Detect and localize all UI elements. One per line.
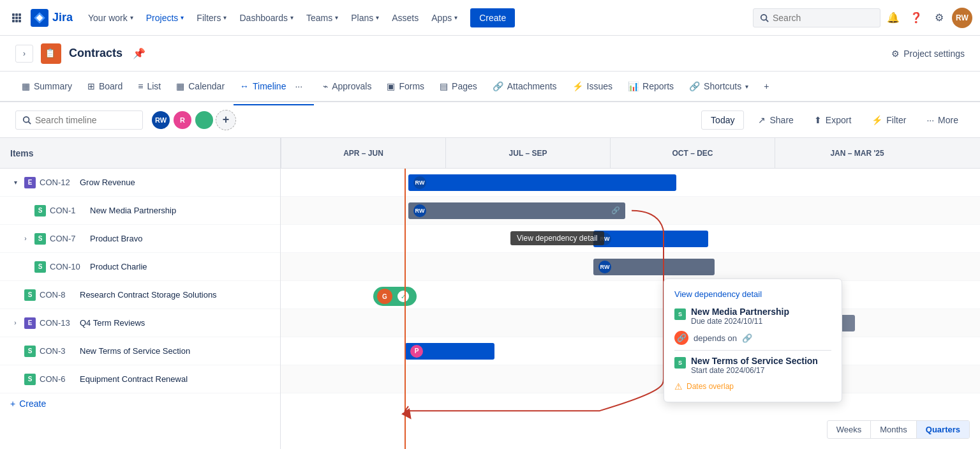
chevron-icon: ▾ bbox=[130, 14, 133, 21]
dep-dot-icon: 🔗 bbox=[674, 331, 688, 345]
weeks-button[interactable]: Weeks bbox=[828, 421, 872, 438]
grid-icon[interactable] bbox=[8, 9, 26, 27]
nav-filters[interactable]: Filters ▾ bbox=[191, 9, 232, 27]
tab-issues[interactable]: ⚡ Issues bbox=[566, 73, 619, 100]
gantt-bar-con3[interactable]: P bbox=[405, 343, 494, 360]
item-name: Product Bravo bbox=[90, 234, 142, 243]
story-icon: S bbox=[34, 205, 46, 217]
dep-unlink-button[interactable]: 🔗 bbox=[742, 333, 752, 343]
gantt-bar-con12[interactable]: RW bbox=[408, 174, 676, 191]
notifications-button[interactable]: 🔔 bbox=[883, 8, 903, 28]
settings-button[interactable]: ⚙ bbox=[929, 8, 949, 28]
expand-icon[interactable]: › bbox=[10, 318, 20, 328]
chart-row: G ✓ bbox=[281, 281, 980, 309]
nav-assets[interactable]: Assets bbox=[387, 9, 424, 27]
story-icon: S bbox=[24, 289, 36, 301]
epic-icon: E bbox=[24, 317, 36, 329]
project-icon: 📋 bbox=[41, 43, 61, 64]
tab-shortcuts[interactable]: 🔗 Shortcuts ▾ bbox=[683, 73, 755, 100]
list-item[interactable]: S CON-10 Product Charlie bbox=[0, 253, 280, 281]
expand-icon[interactable]: › bbox=[20, 234, 31, 244]
months-button[interactable]: Months bbox=[871, 421, 917, 438]
dep-to-date: Start date 2024/06/17 bbox=[691, 366, 818, 375]
item-name: Equipment Contract Renewal bbox=[80, 374, 188, 384]
create-button[interactable]: Create bbox=[470, 8, 515, 27]
nav-projects[interactable]: Projects ▾ bbox=[141, 9, 189, 27]
col-header-oct-dec: OCT – DEC bbox=[610, 138, 775, 168]
list-item[interactable]: › S CON-7 Product Bravo bbox=[0, 225, 280, 253]
tab-approvals[interactable]: ⌁ Approvals bbox=[316, 73, 378, 100]
tab-summary[interactable]: ▦ Summary bbox=[15, 73, 78, 100]
timeline-toolbar: RW R + Today ↗ Share ⬆ Export ⚡ Filter ·… bbox=[0, 102, 980, 138]
pages-icon: ▤ bbox=[440, 81, 448, 91]
nav-dashboards[interactable]: Dashboards ▾ bbox=[234, 9, 299, 27]
tab-calendar[interactable]: ▦ Calendar bbox=[170, 73, 231, 100]
item-key: CON-8 bbox=[40, 290, 75, 300]
svg-rect-2 bbox=[19, 13, 21, 16]
global-search[interactable] bbox=[753, 8, 880, 27]
col-header-jul-sep: JUL – SEP bbox=[445, 138, 610, 168]
tab-more-icon[interactable]: ··· bbox=[290, 76, 308, 96]
item-key: CON-7 bbox=[50, 234, 85, 243]
tab-pages[interactable]: ▤ Pages bbox=[433, 73, 484, 100]
nav-plans[interactable]: Plans ▾ bbox=[346, 9, 384, 27]
gantt-bar-con7[interactable]: RW bbox=[593, 231, 708, 247]
list-item[interactable]: ▾ E CON-12 Grow Revenue bbox=[0, 169, 280, 197]
today-button[interactable]: Today bbox=[701, 110, 744, 130]
tab-add-button[interactable]: + bbox=[757, 73, 775, 100]
filter-button[interactable]: ⚡ Filter bbox=[865, 111, 912, 129]
project-settings-button[interactable]: ⚙ Project settings bbox=[891, 49, 965, 59]
jira-logo[interactable]: Jira bbox=[31, 9, 73, 27]
nav-your-work[interactable]: Your work ▾ bbox=[83, 9, 138, 27]
svg-line-14 bbox=[29, 121, 31, 124]
pin-icon[interactable]: 📌 bbox=[133, 47, 145, 59]
more-button[interactable]: ··· More bbox=[920, 111, 965, 129]
nav-teams[interactable]: Teams ▾ bbox=[301, 9, 343, 27]
search-timeline-input[interactable] bbox=[35, 115, 124, 125]
add-assignee-button[interactable]: + bbox=[216, 110, 236, 130]
tab-timeline[interactable]: ↔ Timeline ··· bbox=[234, 68, 314, 105]
item-name: New Media Partnership bbox=[90, 206, 176, 215]
story-icon: S bbox=[24, 374, 36, 385]
dep-detail-tooltip[interactable]: View dependency detail bbox=[510, 231, 604, 245]
share-button[interactable]: ↗ Share bbox=[752, 111, 799, 129]
list-item[interactable]: S CON-1 New Media Partnership bbox=[0, 197, 280, 225]
svg-point-10 bbox=[761, 14, 767, 20]
search-timeline-box[interactable] bbox=[15, 110, 143, 130]
tab-board[interactable]: ⊞ Board bbox=[81, 73, 129, 100]
create-item-button[interactable]: + Create bbox=[0, 393, 280, 414]
tab-forms[interactable]: ▣ Forms bbox=[380, 73, 431, 100]
tab-reports[interactable]: 📊 Reports bbox=[621, 73, 680, 100]
user-avatar[interactable]: RW bbox=[952, 8, 972, 28]
avatar-gr[interactable] bbox=[194, 110, 214, 130]
list-item[interactable]: S CON-8 Research Contract Storage Soluti… bbox=[0, 281, 280, 309]
items-header-label: Items bbox=[10, 148, 34, 158]
view-dependency-detail-link[interactable]: View dependency detail bbox=[674, 289, 831, 299]
search-input[interactable] bbox=[773, 13, 862, 23]
tab-attachments[interactable]: 🔗 Attachments bbox=[486, 73, 563, 100]
avatar-r[interactable]: R bbox=[172, 110, 193, 130]
reports-icon: 📊 bbox=[628, 81, 639, 91]
dep-to-title: New Terms of Service Section bbox=[691, 356, 818, 366]
item-key: CON-3 bbox=[40, 346, 75, 356]
gantt-bar-con1[interactable]: RW 🔗 bbox=[408, 202, 625, 219]
sidebar-toggle-button[interactable]: › bbox=[15, 45, 33, 63]
attachments-icon: 🔗 bbox=[493, 81, 503, 91]
list-item[interactable]: › E CON-13 Q4 Term Reviews bbox=[0, 309, 280, 337]
tab-list[interactable]: ≡ List bbox=[131, 73, 167, 100]
gantt-bar-con10[interactable]: RW bbox=[593, 259, 715, 275]
story-icon: S bbox=[34, 233, 46, 245]
quarters-button[interactable]: Quarters bbox=[917, 421, 969, 438]
expand-icon[interactable]: ▾ bbox=[10, 178, 20, 188]
avatar-rw[interactable]: RW bbox=[151, 110, 171, 130]
help-button[interactable]: ❓ bbox=[906, 8, 926, 28]
nav-apps[interactable]: Apps ▾ bbox=[426, 9, 463, 27]
dep-divider bbox=[674, 350, 831, 351]
gantt-milestone[interactable]: G ✓ bbox=[373, 287, 417, 306]
list-icon: ≡ bbox=[138, 81, 143, 91]
list-item[interactable]: S CON-3 New Terms of Service Section bbox=[0, 337, 280, 365]
project-settings-label: Project settings bbox=[903, 49, 965, 59]
svg-line-11 bbox=[766, 19, 769, 22]
list-item[interactable]: S CON-6 Equipment Contract Renewal bbox=[0, 365, 280, 393]
export-button[interactable]: ⬆ Export bbox=[808, 111, 858, 129]
